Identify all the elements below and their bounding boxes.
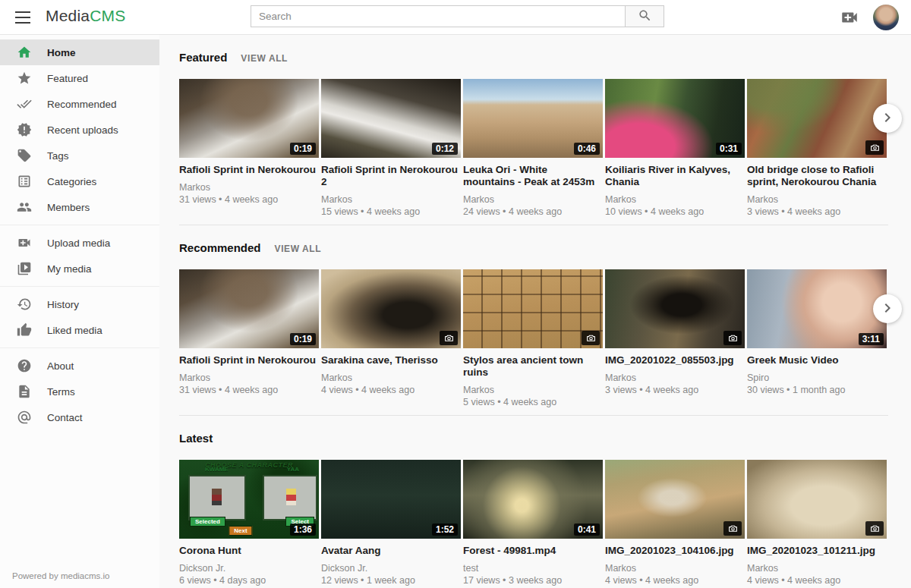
search-icon	[638, 8, 652, 25]
sidebar-item-categories[interactable]: Categories	[0, 168, 159, 194]
sidebar-item-upload-media[interactable]: Upload media	[0, 230, 159, 256]
media-thumbnail[interactable]: 0:41	[463, 460, 603, 539]
search-input[interactable]	[251, 5, 625, 27]
media-card[interactable]: 0:12 Rafioli Sprint in Nerokourou 2 Mark…	[321, 79, 461, 218]
media-author[interactable]: Markos	[463, 385, 603, 396]
media-title[interactable]: Rafioli Sprint in Nerokourou	[179, 164, 319, 176]
media-card[interactable]: 0:46 Leuka Ori - White mountains - Peak …	[463, 79, 603, 218]
media-title[interactable]: IMG_20201023_101211.jpg	[747, 545, 887, 557]
upload-media-icon[interactable]	[840, 8, 859, 27]
sidebar-item-members[interactable]: Members	[0, 194, 159, 220]
media-thumbnail[interactable]: 1:52	[321, 460, 461, 539]
sidebar-item-label: Contact	[47, 412, 83, 423]
media-thumbnail[interactable]	[747, 460, 887, 539]
sidebar-item-about[interactable]: About	[0, 353, 159, 379]
media-card[interactable]: 0:31 Koiliaris River in Kalyves, Chania …	[605, 79, 745, 218]
media-title[interactable]: Corona Hunt	[179, 545, 319, 557]
section-title: Latest	[179, 432, 213, 445]
chevron-right-icon	[878, 108, 897, 129]
duration-badge: 0:19	[290, 333, 316, 345]
carousel-next-button[interactable]	[873, 294, 902, 323]
media-card[interactable]: IMG_20201023_101211.jpg Markos 4 views •…	[747, 460, 887, 586]
sidebar-item-home[interactable]: Home	[0, 39, 159, 65]
sidebar-item-tags[interactable]: Tags	[0, 143, 159, 168]
sidebar-item-recommended[interactable]: Recommended	[0, 91, 159, 117]
media-thumbnail[interactable]	[463, 269, 603, 348]
media-thumbnail[interactable]: CHOOSE A CHARACTER KWAME YAA Selected Ne…	[179, 460, 319, 539]
media-thumbnail[interactable]: 0:46	[463, 79, 603, 158]
media-title[interactable]: Rafioli Sprint in Nerokourou 2	[321, 164, 461, 188]
media-card[interactable]: 0:41 Forest - 49981.mp4 test 17 views • …	[463, 460, 603, 586]
media-card[interactable]: 1:52 Avatar Aang Dickson Jr. 12 views • …	[321, 460, 461, 586]
media-card[interactable]: IMG_20201022_085503.jpg Markos 3 views •…	[605, 269, 745, 408]
media-title[interactable]: Koiliaris River in Kalyves, Chania	[605, 164, 745, 188]
sidebar-item-contact[interactable]: Contact	[0, 404, 159, 430]
media-card[interactable]: Old bridge close to Rafioli sprint, Nero…	[747, 79, 887, 218]
media-card[interactable]: IMG_20201023_104106.jpg Markos 4 views •…	[605, 460, 745, 586]
media-card[interactable]: Sarakina cave, Therisso Markos 4 views •…	[321, 269, 461, 408]
media-author[interactable]: Markos	[179, 182, 319, 193]
media-thumbnail[interactable]	[321, 269, 461, 348]
media-title[interactable]: Avatar Aang	[321, 545, 461, 557]
view-all-link[interactable]: VIEW ALL	[241, 53, 288, 64]
home-icon	[17, 45, 32, 60]
media-author[interactable]: Markos	[321, 194, 461, 206]
camera-icon	[582, 331, 600, 345]
media-thumbnail[interactable]: 3:11	[747, 269, 887, 348]
media-thumbnail[interactable]	[605, 460, 745, 539]
media-card[interactable]: 3:11 Greek Music Video Spiro 30 views • …	[747, 269, 887, 408]
sidebar-item-featured[interactable]: Featured	[0, 65, 159, 91]
media-thumbnail[interactable]: 0:19	[179, 269, 319, 348]
media-card[interactable]: CHOOSE A CHARACTER KWAME YAA Selected Ne…	[179, 460, 319, 586]
sidebar-item-label: Recommended	[47, 99, 117, 110]
sidebar-item-my-media[interactable]: My media	[0, 256, 159, 281]
media-author[interactable]: test	[463, 563, 603, 574]
main-content: Featured VIEW ALL 0:19 Rafioli Sprint in…	[159, 35, 911, 588]
media-thumbnail[interactable]	[747, 79, 887, 158]
carousel-next-button[interactable]	[873, 104, 902, 133]
media-views-meta: 10 views • 4 weeks ago	[605, 206, 745, 218]
media-author[interactable]: Markos	[747, 563, 887, 574]
media-title[interactable]: Greek Music Video	[747, 354, 887, 366]
sidebar-item-liked-media[interactable]: Liked media	[0, 317, 159, 343]
media-card[interactable]: 0:19 Rafioli Sprint in Nerokourou Markos…	[179, 269, 319, 408]
media-author[interactable]: Dickson Jr.	[321, 563, 461, 574]
media-title[interactable]: Leuka Ori - White mountains - Peak at 24…	[463, 164, 603, 188]
media-author[interactable]: Markos	[321, 373, 461, 384]
media-author[interactable]: Dickson Jr.	[179, 563, 319, 574]
hamburger-menu-icon[interactable]	[12, 8, 33, 27]
media-title[interactable]: IMG_20201022_085503.jpg	[605, 354, 745, 366]
help-icon	[17, 358, 32, 373]
search-button[interactable]	[625, 5, 664, 27]
media-author[interactable]: Markos	[605, 194, 745, 206]
media-title[interactable]: IMG_20201023_104106.jpg	[605, 545, 745, 557]
media-author[interactable]: Markos	[179, 373, 319, 384]
media-thumbnail[interactable]	[605, 269, 745, 348]
media-title[interactable]: Sarakina cave, Therisso	[321, 354, 461, 366]
media-author[interactable]: Markos	[605, 563, 745, 574]
media-author[interactable]: Markos	[463, 194, 603, 206]
media-title[interactable]: Stylos area ancient town ruins	[463, 354, 603, 379]
user-avatar[interactable]	[873, 5, 899, 30]
logo[interactable]: MediaCMS	[46, 7, 125, 25]
media-thumbnail[interactable]: 0:31	[605, 79, 745, 158]
sidebar-item-label: Featured	[47, 73, 88, 84]
media-title[interactable]: Rafioli Sprint in Nerokourou	[179, 354, 319, 366]
duration-badge: 0:41	[574, 524, 600, 536]
media-views-meta: 4 views • 4 weeks ago	[605, 575, 745, 586]
media-title[interactable]: Old bridge close to Rafioli sprint, Nero…	[747, 164, 887, 188]
media-title[interactable]: Forest - 49981.mp4	[463, 545, 603, 557]
sidebar-item-terms[interactable]: Terms	[0, 379, 159, 404]
media-author[interactable]: Markos	[605, 373, 745, 384]
media-author[interactable]: Spiro	[747, 373, 887, 384]
sidebar-item-recent-uploads[interactable]: Recent uploads	[0, 117, 159, 143]
media-card[interactable]: 0:19 Rafioli Sprint in Nerokourou Markos…	[179, 79, 319, 218]
media-views-meta: 6 views • 4 days ago	[179, 575, 319, 586]
media-thumbnail[interactable]: 0:12	[321, 79, 461, 158]
view-all-link[interactable]: VIEW ALL	[275, 244, 322, 254]
media-card[interactable]: Stylos area ancient town ruins Markos 5 …	[463, 269, 603, 408]
media-thumbnail[interactable]: 0:19	[179, 79, 319, 158]
media-views-meta: 30 views • 1 month ago	[747, 385, 887, 396]
sidebar-item-history[interactable]: History	[0, 291, 159, 317]
media-author[interactable]: Markos	[747, 194, 887, 206]
